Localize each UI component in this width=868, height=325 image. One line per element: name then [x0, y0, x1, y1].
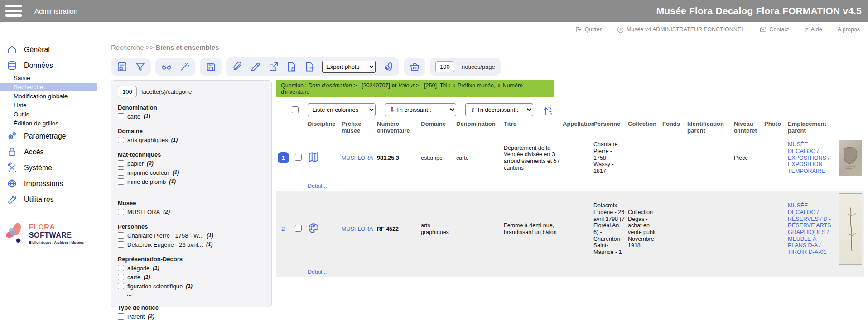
facet-checkbox[interactable] — [118, 283, 124, 289]
col-header-discipline: Discipline — [306, 120, 340, 135]
toolbar-group-export: Export photo — [226, 57, 399, 76]
open-external-button[interactable] — [268, 62, 279, 72]
sort-ascending-select[interactable]: ⇩ Tri croissant : — [385, 103, 456, 116]
facet-checkbox[interactable] — [118, 241, 124, 248]
export-photo-select[interactable]: Export photo — [322, 61, 376, 73]
facet-item[interactable]: mine de plomb(1) — [118, 177, 265, 186]
sort-descending-select[interactable]: ⇧ Tri décroissant : — [465, 103, 533, 116]
view-mode-select[interactable]: Liste en colonnes — [308, 103, 376, 116]
quitter-link[interactable]: Quitter — [575, 26, 602, 33]
sidebar-item-utilitaires[interactable]: Utilitaires — [0, 191, 97, 207]
filter-button[interactable] — [135, 62, 145, 72]
facet-count: (2) — [148, 313, 154, 320]
basket-button[interactable] — [409, 62, 420, 72]
attachment-button[interactable] — [231, 62, 242, 72]
col-header-denomination: Dénomination — [455, 120, 502, 135]
glasses-button[interactable] — [161, 62, 172, 72]
detail-link[interactable]: Détail... — [308, 269, 327, 275]
facet-checkbox[interactable] — [118, 232, 124, 239]
facet-checkbox[interactable] — [118, 274, 124, 280]
sidebar-item-general[interactable]: Général — [0, 42, 97, 57]
appellation-cell — [561, 135, 592, 181]
facet-count: (1) — [153, 265, 159, 271]
search-form-button[interactable] — [116, 62, 127, 72]
hamburger-menu-icon[interactable] — [5, 5, 22, 17]
facet-item[interactable]: carte(1) — [118, 112, 265, 121]
facet-label: Delacroix Eugène - 26 avril... — [127, 241, 203, 248]
emplacement-parent-link[interactable]: MUSÉE DECALOG / RÉSERVES / D - RÉSERVE A… — [788, 202, 831, 255]
facet-item[interactable]: allégorie(1) — [118, 263, 265, 272]
facet-checkbox[interactable] — [118, 137, 124, 143]
notice-thumbnail[interactable] — [839, 140, 862, 176]
facet-item[interactable]: Chanlaire Pierre - 1758 - W...(1) — [118, 231, 265, 240]
sidebar-item-donnees[interactable]: Données — [0, 57, 97, 73]
facet-item[interactable]: carte(1) — [118, 272, 265, 282]
facet-checkbox[interactable] — [118, 113, 124, 119]
sidebar-item-label: Impressions — [24, 180, 63, 188]
logout-icon — [575, 26, 582, 33]
col-header-numero-inventaire: Numéro d'inventaire — [376, 120, 420, 135]
facet-label: carte — [127, 274, 140, 281]
apropos-link[interactable]: A propos — [838, 26, 860, 33]
results-table-header: Discipline Préfixe musée Numéro d'invent… — [276, 120, 864, 135]
facet-count: (2) — [163, 209, 170, 215]
facet-item[interactable]: MUSFLORA(2) — [118, 207, 265, 216]
document-export-button[interactable] — [304, 62, 315, 72]
sidebar-item-saisie[interactable]: Saisie — [0, 74, 97, 82]
domaine-cell: arts graphiques — [420, 191, 455, 267]
sidebar-item-acces[interactable]: Accès — [0, 144, 97, 160]
facet-label: MUSFLORA — [127, 209, 160, 215]
row-checkbox[interactable] — [295, 225, 302, 232]
facet-more-link[interactable]: ... — [127, 186, 265, 193]
notices-per-page-input[interactable] — [435, 61, 454, 72]
save-button[interactable] — [205, 62, 216, 72]
facet-item[interactable]: imprimé couleur(1) — [118, 168, 265, 177]
facet-checkbox[interactable] — [118, 265, 124, 271]
contact-link[interactable]: Contact — [760, 26, 789, 33]
notice-thumbnail[interactable] — [839, 193, 862, 265]
sidebar-item-impressions[interactable]: Impressions — [0, 176, 97, 191]
facet-label: carte — [127, 113, 140, 120]
magic-wand-button[interactable] — [179, 62, 190, 72]
prefixe-musee-link[interactable]: MUSFLORA — [342, 226, 373, 232]
select-all-checkbox[interactable] — [292, 106, 299, 113]
results-area: Question : Date d'estimation >= [2024070… — [276, 80, 868, 277]
facet-label: imprimé couleur — [127, 169, 169, 176]
breadcrumb-parent[interactable]: Recherche — [111, 43, 144, 51]
document-lock-button[interactable] — [286, 62, 297, 72]
row-checkbox[interactable] — [295, 154, 302, 161]
sort-order-321-icon[interactable]: 3 2 1 — [542, 104, 553, 116]
sidebar-item-systeme[interactable]: Système — [0, 160, 97, 176]
aide-link[interactable]: ? Aide — [804, 26, 822, 33]
facet-item[interactable]: Parent(2) — [118, 312, 265, 321]
detail-link[interactable]: Détail... — [308, 183, 327, 189]
facet-item[interactable]: Delacroix Eugène - 26 avril...(1) — [118, 240, 265, 249]
sidebar-item-liste[interactable]: Liste — [0, 101, 97, 110]
sidebar-item-label: Utilitaires — [24, 196, 54, 204]
facet-checkbox[interactable] — [118, 178, 124, 185]
facet-item[interactable]: papier(2) — [118, 159, 265, 168]
facet-item[interactable]: arts graphiques(1) — [118, 135, 265, 144]
facet-checkbox[interactable] — [118, 313, 124, 320]
facet-checkbox[interactable] — [118, 160, 124, 167]
col-header-niveau-interet: Niveau d'intérêt — [733, 120, 763, 135]
facet-checkbox[interactable] — [118, 209, 124, 215]
facet-more-link[interactable]: ... — [127, 291, 265, 297]
sidebar-item-label: Accès — [24, 148, 44, 156]
question-mark-icon: ? — [804, 26, 808, 33]
emplacement-parent-link[interactable]: MUSÉE DECALOG / EXPOSITIONS / EXPOSITION… — [788, 141, 829, 174]
sidebar-item-recherche[interactable]: Recherche — [0, 83, 97, 91]
facet-checkbox[interactable] — [118, 169, 124, 176]
prefixe-musee-link[interactable]: MUSFLORA — [342, 155, 373, 161]
sidebar-item-outils[interactable]: Outils — [0, 110, 97, 119]
facet-group-denomination: Denomination — [118, 104, 265, 111]
facet-label: papier — [127, 160, 144, 167]
facet-item[interactable]: figuration scientifique(1) — [118, 282, 265, 291]
sidebar-item-modification-globale[interactable]: Modification globale — [0, 92, 97, 100]
facets-per-category-input[interactable] — [118, 86, 137, 97]
sidebar-item-parametrage[interactable]: Paramétrage — [0, 128, 97, 144]
sidebar-item-edition-de-grilles[interactable]: Édition de grilles — [0, 119, 97, 128]
current-user[interactable]: Musée v4 ADMINISTRATEUR FONCTIONNEL — [617, 26, 744, 33]
flora-mascot-button[interactable] — [383, 62, 394, 72]
edit-pencil-button[interactable] — [250, 62, 260, 72]
